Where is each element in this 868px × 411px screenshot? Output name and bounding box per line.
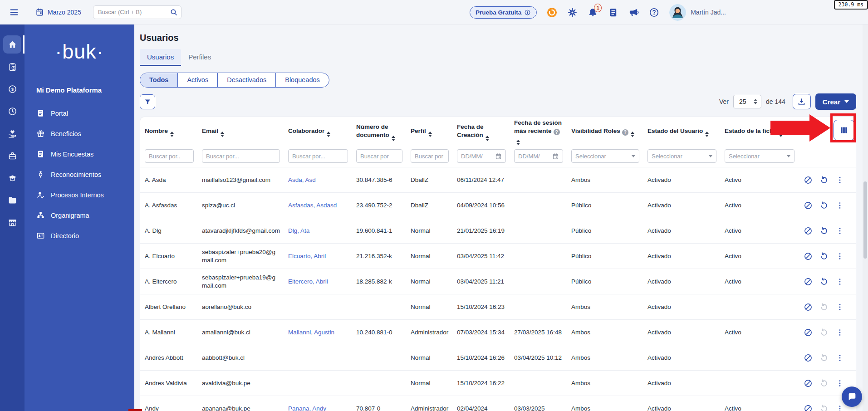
settings-gear-icon[interactable] [567,7,578,18]
hamburger-menu-icon[interactable] [7,5,21,19]
filter-date-5[interactable]: DD/MM/ [457,149,506,163]
col-header-estado-de-la-ficha[interactable]: Estado de la ficha [720,127,798,137]
status-pill-bloqueados[interactable]: Bloqueados [276,73,329,87]
row-menu-kebab-icon[interactable] [835,379,844,388]
colaborador-link[interactable]: Panana, Andy [284,405,352,411]
trial-badge[interactable]: Prueba Gratuita [470,6,537,19]
filter-input-3[interactable] [356,149,402,163]
create-button[interactable]: Crear [815,93,856,110]
sidebar-item-mis-encuestas[interactable]: Mis Encuestas [25,144,134,164]
reset-password-icon[interactable] [819,277,829,286]
rail-item-talent[interactable] [3,124,21,142]
rail-item-training[interactable] [3,169,21,187]
col-header-fecha-de-creacion[interactable]: Fecha de Creación [452,123,510,141]
row-menu-kebab-icon[interactable] [835,176,844,185]
reset-password-icon[interactable] [819,226,829,235]
filter-funnel-button[interactable] [140,94,155,109]
rewards-icon[interactable] [547,7,557,18]
tasks-document-icon[interactable] [608,7,618,18]
colaborador-link[interactable]: Eltercero, Abril [284,278,352,286]
download-button[interactable] [793,94,811,109]
buk-logo[interactable]: ·buk· [25,40,134,64]
col-header-nombre[interactable]: Nombre [140,127,197,137]
row-menu-kebab-icon[interactable] [835,226,844,235]
rail-item-marketplace[interactable] [3,213,21,231]
row-menu-kebab-icon[interactable] [835,277,844,286]
column-settings-button[interactable] [834,120,854,141]
tab-usuarios[interactable]: Usuarios [140,49,181,66]
reset-password-icon[interactable] [819,252,829,261]
col-header-perfil[interactable]: Perfil [406,127,452,137]
col-header-fecha-de-sesion-mas-reciente[interactable]: Fecha de sesión más reciente? [510,119,567,145]
announcements-megaphone-icon[interactable] [628,7,639,18]
reset-password-icon[interactable] [819,176,829,185]
filter-input-2[interactable] [288,149,348,163]
col-header-colaborador[interactable]: Colaborador [284,127,352,137]
help-icon[interactable] [649,7,659,18]
help-icon[interactable]: ? [554,129,560,135]
row-menu-kebab-icon[interactable] [835,404,844,411]
page-size-select[interactable]: 25 [733,95,761,108]
reset-password-icon[interactable] [819,379,829,388]
calendar-icon[interactable] [552,153,559,160]
status-pill-todos[interactable]: Todos [140,73,178,87]
deactivate-user-icon[interactable] [804,328,813,337]
filter-select-7[interactable]: Seleccionar [571,149,639,163]
row-menu-kebab-icon[interactable] [835,303,844,312]
chat-bubble-button[interactable] [842,387,862,407]
sidebar-item-beneficios[interactable]: Beneficios [25,123,134,144]
filter-input-1[interactable] [202,149,280,163]
filter-input-4[interactable] [411,149,449,163]
deactivate-user-icon[interactable] [804,277,813,286]
tab-perfiles[interactable]: Perfiles [181,49,218,66]
colaborador-link[interactable]: Asda, Asd [284,176,352,184]
deactivate-user-icon[interactable] [804,353,813,362]
rail-item-requests[interactable] [3,58,21,76]
deactivate-user-icon[interactable] [804,226,813,235]
row-menu-kebab-icon[interactable] [835,328,844,337]
rail-item-home[interactable] [3,35,21,54]
help-icon[interactable]: ? [622,129,628,136]
filter-input-0[interactable] [145,149,194,163]
deactivate-user-icon[interactable] [804,303,813,312]
reset-password-icon[interactable] [819,328,829,337]
sidebar-item-organigrama[interactable]: Organigrama [25,205,134,225]
col-header-numero-de-documento[interactable]: Número de documento [352,123,406,141]
search-icon[interactable] [170,8,178,16]
filter-date-6[interactable]: DD/MM/ [514,149,563,163]
sidebar-item-portal[interactable]: Portal [25,103,134,123]
rail-item-time[interactable] [3,102,21,120]
col-header-visibilidad-roles[interactable]: Visibilidad Roles? [567,127,643,137]
reset-password-icon[interactable] [819,201,829,210]
search-input[interactable] [93,5,181,19]
status-pill-desactivados[interactable]: Desactivados [218,73,276,87]
period-selector[interactable]: Marzo 2025 [35,8,81,16]
calendar-icon[interactable] [495,153,502,160]
notifications-bell-icon[interactable]: 1 [588,7,598,18]
sidebar-item-reconocimientos[interactable]: Reconocimientos [25,164,134,185]
deactivate-user-icon[interactable] [804,404,813,411]
colaborador-link[interactable]: Dlg, Ata [284,227,352,235]
reset-password-icon[interactable] [819,353,829,362]
filter-select-9[interactable]: Seleccionar [725,149,794,163]
user-avatar[interactable] [669,4,686,21]
row-menu-kebab-icon[interactable] [835,252,844,261]
colaborador-link[interactable]: Malianni, Agustin [284,328,352,337]
deactivate-user-icon[interactable] [804,201,813,210]
colaborador-link[interactable]: Elcuarto, Abril [284,252,352,260]
scrollbar-thumb[interactable] [863,181,867,259]
sidebar-item-directorio[interactable]: Directorio [25,225,134,246]
deactivate-user-icon[interactable] [804,176,813,185]
reset-password-icon[interactable] [819,303,829,312]
rail-item-benefits[interactable] [3,147,21,165]
row-menu-kebab-icon[interactable] [835,353,844,362]
filter-select-8[interactable]: Seleccionar [647,149,716,163]
rail-item-remunerations[interactable]: $ [3,80,21,98]
sidebar-item-procesos-internos[interactable]: Procesos Internos [25,185,134,205]
rail-item-documents[interactable] [3,191,21,209]
row-menu-kebab-icon[interactable] [835,201,844,210]
deactivate-user-icon[interactable] [804,252,813,261]
col-header-email[interactable]: Email [197,127,284,137]
user-name[interactable]: Martín Jad... [691,9,726,16]
status-pill-activos[interactable]: Activos [178,73,218,87]
